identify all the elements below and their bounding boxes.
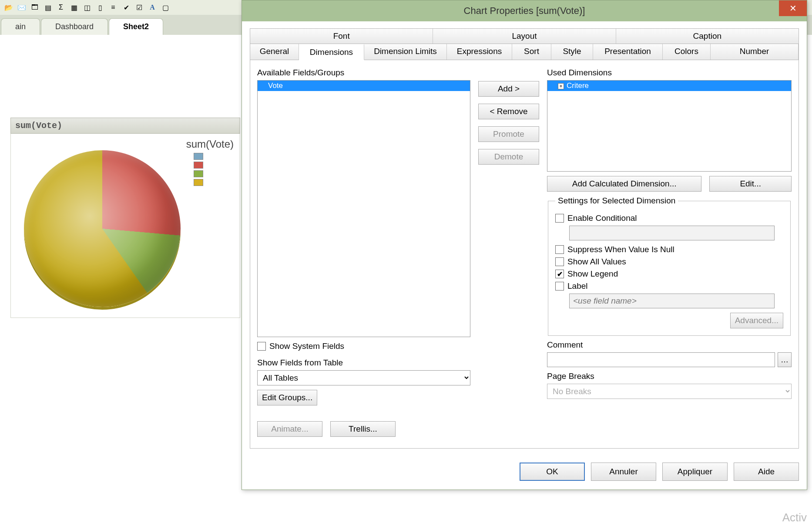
page-breaks-select[interactable]: No Breaks xyxy=(547,384,792,399)
check2-icon[interactable]: ☑ xyxy=(133,2,145,13)
suppress-null-checkbox[interactable] xyxy=(555,245,564,254)
available-fields-list[interactable]: Vote xyxy=(257,80,470,337)
line-icon[interactable]: ≡ xyxy=(107,2,119,13)
tab-font[interactable]: Font xyxy=(250,29,433,44)
tab-colors[interactable]: Colors xyxy=(663,44,711,60)
chart-titlebar[interactable]: sum(Vote) xyxy=(10,118,240,134)
trellis-button[interactable]: Trellis... xyxy=(330,421,396,437)
legend-swatch-0 xyxy=(194,153,203,160)
table-icon[interactable]: ▦ xyxy=(68,2,80,13)
edit-groups-button[interactable]: Edit Groups... xyxy=(257,390,317,405)
tab-expressions[interactable]: Expressions xyxy=(447,44,512,60)
chart-properties-dialog: Chart Properties [sum(Vote)] ✕ Font Layo… xyxy=(242,0,807,490)
label-checkbox[interactable] xyxy=(555,282,564,291)
cancel-button[interactable]: Annuler xyxy=(591,463,656,481)
show-legend-label: Show Legend xyxy=(567,269,618,279)
send-icon[interactable]: ✉️ xyxy=(16,2,28,13)
apply-button[interactable]: Appliquer xyxy=(662,463,728,481)
bar-icon[interactable]: ▯ xyxy=(94,2,106,13)
legend-swatch-2 xyxy=(194,170,203,177)
settings-for-selected-dimension: Settings for Selected Dimension Enable C… xyxy=(548,196,791,336)
label-field xyxy=(569,294,775,308)
dialog-title: Chart Properties [sum(Vote)] xyxy=(464,5,585,17)
tab-sort[interactable]: Sort xyxy=(512,44,551,60)
show-all-values-label: Show All Values xyxy=(567,257,626,267)
help-button[interactable]: Aide xyxy=(734,463,799,481)
show-fields-from-table-label: Show Fields from Table xyxy=(257,358,470,368)
sheet-icon[interactable]: ▤ xyxy=(42,2,54,13)
enable-conditional-field xyxy=(569,226,775,240)
legend-swatch-3 xyxy=(194,179,203,186)
chart-icon[interactable]: ◫ xyxy=(81,2,93,13)
show-legend-checkbox[interactable]: ✔ xyxy=(555,270,564,278)
open-icon[interactable]: 📂 xyxy=(3,2,15,13)
page-breaks-label: Page Breaks xyxy=(547,372,792,381)
tab-caption[interactable]: Caption xyxy=(616,29,799,44)
legend-swatch-1 xyxy=(194,162,203,169)
pie-chart-object[interactable]: sum(Vote) sum(Vote) xyxy=(10,118,240,318)
show-fields-from-table-select[interactable]: All Tables xyxy=(257,370,470,385)
used-dimensions-list[interactable]: +Critere xyxy=(547,80,792,172)
ok-button[interactable]: OK xyxy=(520,463,585,481)
tab-layout[interactable]: Layout xyxy=(433,29,616,44)
dimensions-tab-page: Available Fields/Groups Vote Show System… xyxy=(250,60,799,449)
available-fields-label: Available Fields/Groups xyxy=(257,68,470,78)
tab-presentation[interactable]: Presentation xyxy=(593,44,663,60)
comment-ellipsis-button[interactable]: … xyxy=(778,352,792,367)
tab-style[interactable]: Style xyxy=(551,44,593,60)
advanced-button[interactable]: Advanced... xyxy=(730,313,783,328)
comment-field[interactable] xyxy=(547,352,775,367)
settings-legend: Settings for Selected Dimension xyxy=(555,196,678,206)
dialog-titlebar[interactable]: Chart Properties [sum(Vote)] ✕ xyxy=(242,0,807,21)
close-icon: ✕ xyxy=(789,3,797,14)
tab-number[interactable]: Number xyxy=(711,44,799,60)
pie-chart xyxy=(24,150,181,307)
sheet-tab-main[interactable]: ain xyxy=(1,18,40,35)
used-dimensions-label: Used Dimensions xyxy=(547,68,792,78)
add-button[interactable]: Add > xyxy=(478,81,539,97)
dialog-footer: OK Annuler Appliquer Aide xyxy=(242,456,807,490)
box-icon[interactable]: ▢ xyxy=(159,2,171,13)
label-label: Label xyxy=(567,281,588,291)
tab-dimensions[interactable]: Dimensions xyxy=(299,44,364,60)
tab-general[interactable]: General xyxy=(250,44,299,60)
animate-button[interactable]: Animate... xyxy=(257,421,322,437)
sigma-icon[interactable]: Σ xyxy=(55,2,67,13)
used-item-critere[interactable]: +Critere xyxy=(547,81,791,91)
promote-button[interactable]: Promote xyxy=(478,126,539,142)
check-icon[interactable]: ✔ xyxy=(120,2,132,13)
enable-conditional-label: Enable Conditional xyxy=(567,213,637,223)
sheet-tab-dashboard[interactable]: Dashboard xyxy=(41,18,108,35)
show-system-fields-label: Show System Fields xyxy=(269,341,344,351)
remove-button[interactable]: < Remove xyxy=(478,104,539,119)
enable-conditional-checkbox[interactable] xyxy=(555,214,564,223)
tab-dimension-limits[interactable]: Dimension Limits xyxy=(364,44,447,60)
show-system-fields-checkbox[interactable] xyxy=(257,342,266,351)
available-item-vote[interactable]: Vote xyxy=(258,81,470,91)
text-icon[interactable]: A xyxy=(146,2,158,13)
chart-inner-title: sum(Vote) xyxy=(11,134,240,150)
add-calculated-dimension-button[interactable]: Add Calculated Dimension... xyxy=(547,176,701,192)
sheet-tab-sheet2[interactable]: Sheet2 xyxy=(109,18,163,35)
show-all-values-checkbox[interactable] xyxy=(555,257,564,266)
expand-icon[interactable]: + xyxy=(558,83,564,89)
comment-label: Comment xyxy=(547,340,792,350)
close-button[interactable]: ✕ xyxy=(779,0,807,16)
demote-button[interactable]: Demote xyxy=(478,149,539,165)
windows-activation-watermark: Activ xyxy=(782,511,807,524)
chart-legend xyxy=(194,150,203,186)
chart-body: sum(Vote) xyxy=(10,134,240,318)
suppress-null-label: Suppress When Value Is Null xyxy=(567,245,674,254)
new-icon[interactable]: 🗔 xyxy=(29,2,41,13)
tabs-upper-row: Font Layout Caption xyxy=(250,28,799,44)
tabs-lower-row: General Dimensions Dimension Limits Expr… xyxy=(250,44,799,60)
edit-dimension-button[interactable]: Edit... xyxy=(709,176,792,192)
